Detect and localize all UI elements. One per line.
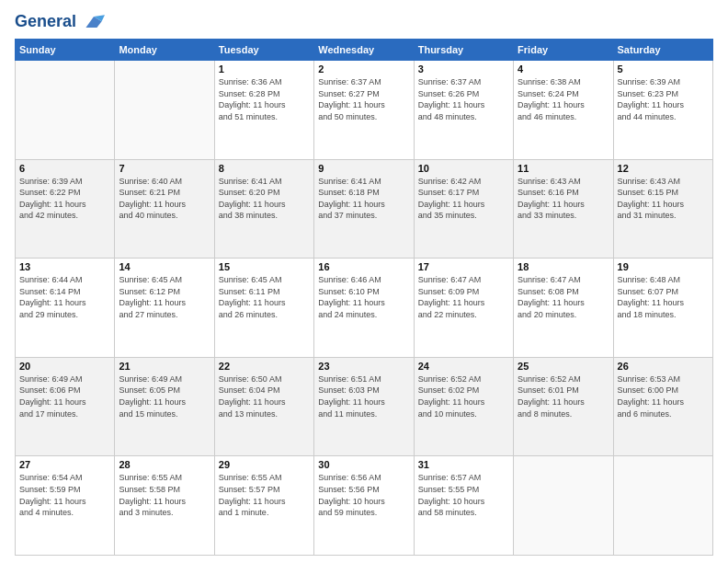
table-row: 4Sunrise: 6:38 AM Sunset: 6:24 PM Daylig… (514, 61, 613, 160)
day-detail: Sunrise: 6:45 AM Sunset: 6:11 PM Dayligh… (219, 274, 310, 320)
table-row: 23Sunrise: 6:51 AM Sunset: 6:03 PM Dayli… (314, 357, 414, 456)
day-number: 10 (418, 163, 509, 174)
table-row: 29Sunrise: 6:55 AM Sunset: 5:57 PM Dayli… (214, 456, 313, 556)
day-number: 27 (19, 459, 110, 470)
day-number: 11 (518, 163, 609, 174)
day-number: 18 (518, 261, 609, 272)
table-row: 16Sunrise: 6:46 AM Sunset: 6:10 PM Dayli… (314, 259, 414, 358)
header-sunday: Sunday (16, 40, 115, 61)
table-row: 8Sunrise: 6:41 AM Sunset: 6:20 PM Daylig… (214, 159, 313, 259)
day-number: 26 (618, 361, 709, 372)
day-detail: Sunrise: 6:41 AM Sunset: 6:20 PM Dayligh… (219, 176, 310, 222)
day-detail: Sunrise: 6:57 AM Sunset: 5:55 PM Dayligh… (418, 472, 509, 518)
day-detail: Sunrise: 6:51 AM Sunset: 6:03 PM Dayligh… (318, 373, 409, 419)
day-detail: Sunrise: 6:49 AM Sunset: 6:06 PM Dayligh… (19, 373, 110, 419)
header-saturday: Saturday (613, 40, 712, 61)
table-row: 28Sunrise: 6:55 AM Sunset: 5:58 PM Dayli… (115, 456, 214, 556)
day-number: 25 (518, 361, 609, 372)
table-row: 21Sunrise: 6:49 AM Sunset: 6:05 PM Dayli… (115, 357, 214, 456)
day-detail: Sunrise: 6:41 AM Sunset: 6:18 PM Dayligh… (318, 176, 409, 222)
day-number: 21 (119, 361, 210, 372)
day-detail: Sunrise: 6:49 AM Sunset: 6:05 PM Dayligh… (119, 373, 210, 419)
week-row-1: 1Sunrise: 6:36 AM Sunset: 6:28 PM Daylig… (16, 61, 713, 160)
day-number: 4 (518, 63, 609, 75)
day-detail: Sunrise: 6:47 AM Sunset: 6:08 PM Dayligh… (518, 274, 609, 320)
logo: General (15, 11, 105, 31)
table-row: 6Sunrise: 6:39 AM Sunset: 6:22 PM Daylig… (16, 159, 115, 259)
table-row: 20Sunrise: 6:49 AM Sunset: 6:06 PM Dayli… (16, 357, 115, 456)
table-row: 13Sunrise: 6:44 AM Sunset: 6:14 PM Dayli… (16, 259, 115, 358)
table-row: 10Sunrise: 6:42 AM Sunset: 6:17 PM Dayli… (414, 159, 513, 259)
table-row: 12Sunrise: 6:43 AM Sunset: 6:15 PM Dayli… (613, 159, 712, 259)
header-thursday: Thursday (414, 40, 513, 61)
header-monday: Monday (115, 40, 214, 61)
day-number: 2 (318, 63, 409, 75)
week-row-5: 27Sunrise: 6:54 AM Sunset: 5:59 PM Dayli… (16, 456, 713, 556)
header-tuesday: Tuesday (214, 40, 313, 61)
day-detail: Sunrise: 6:39 AM Sunset: 6:22 PM Dayligh… (19, 176, 110, 222)
table-row: 31Sunrise: 6:57 AM Sunset: 5:55 PM Dayli… (414, 456, 513, 556)
day-number: 16 (318, 261, 409, 272)
weekday-header-row: Sunday Monday Tuesday Wednesday Thursday… (16, 40, 713, 61)
day-detail: Sunrise: 6:52 AM Sunset: 6:02 PM Dayligh… (418, 373, 509, 419)
day-detail: Sunrise: 6:43 AM Sunset: 6:16 PM Dayligh… (518, 176, 609, 222)
day-number: 22 (219, 361, 310, 372)
day-number: 9 (318, 163, 409, 174)
day-detail: Sunrise: 6:54 AM Sunset: 5:59 PM Dayligh… (19, 472, 110, 518)
table-row: 22Sunrise: 6:50 AM Sunset: 6:04 PM Dayli… (214, 357, 313, 456)
day-number: 3 (418, 63, 509, 75)
day-detail: Sunrise: 6:52 AM Sunset: 6:01 PM Dayligh… (518, 373, 609, 419)
day-number: 7 (119, 163, 210, 174)
table-row: 1Sunrise: 6:36 AM Sunset: 6:28 PM Daylig… (214, 61, 313, 160)
table-row: 14Sunrise: 6:45 AM Sunset: 6:12 PM Dayli… (115, 259, 214, 358)
table-row (115, 61, 214, 160)
table-row: 15Sunrise: 6:45 AM Sunset: 6:11 PM Dayli… (214, 259, 313, 358)
table-row: 26Sunrise: 6:53 AM Sunset: 6:00 PM Dayli… (613, 357, 712, 456)
day-detail: Sunrise: 6:44 AM Sunset: 6:14 PM Dayligh… (19, 274, 110, 320)
day-number: 31 (418, 459, 509, 470)
day-detail: Sunrise: 6:55 AM Sunset: 5:58 PM Dayligh… (119, 472, 210, 518)
table-row: 9Sunrise: 6:41 AM Sunset: 6:18 PM Daylig… (314, 159, 414, 259)
day-detail: Sunrise: 6:37 AM Sunset: 6:27 PM Dayligh… (318, 76, 409, 122)
table-row (613, 456, 712, 556)
table-row (514, 456, 613, 556)
day-number: 23 (318, 361, 409, 372)
day-detail: Sunrise: 6:38 AM Sunset: 6:24 PM Dayligh… (518, 76, 609, 122)
day-detail: Sunrise: 6:39 AM Sunset: 6:23 PM Dayligh… (618, 76, 709, 122)
day-detail: Sunrise: 6:42 AM Sunset: 6:17 PM Dayligh… (418, 176, 509, 222)
day-detail: Sunrise: 6:47 AM Sunset: 6:09 PM Dayligh… (418, 274, 509, 320)
day-number: 1 (219, 63, 310, 75)
table-row: 25Sunrise: 6:52 AM Sunset: 6:01 PM Dayli… (514, 357, 613, 456)
day-detail: Sunrise: 6:46 AM Sunset: 6:10 PM Dayligh… (318, 274, 409, 320)
table-row: 17Sunrise: 6:47 AM Sunset: 6:09 PM Dayli… (414, 259, 513, 358)
day-detail: Sunrise: 6:55 AM Sunset: 5:57 PM Dayligh… (219, 472, 310, 518)
day-number: 12 (618, 163, 709, 174)
header-friday: Friday (514, 40, 613, 61)
day-detail: Sunrise: 6:48 AM Sunset: 6:07 PM Dayligh… (618, 274, 709, 320)
day-number: 19 (618, 261, 709, 272)
table-row: 24Sunrise: 6:52 AM Sunset: 6:02 PM Dayli… (414, 357, 513, 456)
table-row: 30Sunrise: 6:56 AM Sunset: 5:56 PM Dayli… (314, 456, 414, 556)
table-row: 18Sunrise: 6:47 AM Sunset: 6:08 PM Dayli… (514, 259, 613, 358)
day-number: 28 (119, 459, 210, 470)
day-number: 14 (119, 261, 210, 272)
day-detail: Sunrise: 6:43 AM Sunset: 6:15 PM Dayligh… (618, 176, 709, 222)
day-number: 30 (318, 459, 409, 470)
week-row-2: 6Sunrise: 6:39 AM Sunset: 6:22 PM Daylig… (16, 159, 713, 259)
day-detail: Sunrise: 6:36 AM Sunset: 6:28 PM Dayligh… (219, 76, 310, 122)
table-row: 3Sunrise: 6:37 AM Sunset: 6:26 PM Daylig… (414, 61, 513, 160)
logo-general: General (15, 11, 105, 33)
day-number: 5 (618, 63, 709, 75)
header-wednesday: Wednesday (314, 40, 414, 61)
day-number: 29 (219, 459, 310, 470)
day-detail: Sunrise: 6:37 AM Sunset: 6:26 PM Dayligh… (418, 76, 509, 122)
day-number: 24 (418, 361, 509, 372)
logo-bird-icon (83, 11, 105, 33)
table-row: 27Sunrise: 6:54 AM Sunset: 5:59 PM Dayli… (16, 456, 115, 556)
day-number: 13 (19, 261, 110, 272)
table-row: 2Sunrise: 6:37 AM Sunset: 6:27 PM Daylig… (314, 61, 414, 160)
table-row: 5Sunrise: 6:39 AM Sunset: 6:23 PM Daylig… (613, 61, 712, 160)
day-number: 6 (19, 163, 110, 174)
day-detail: Sunrise: 6:40 AM Sunset: 6:21 PM Dayligh… (119, 176, 210, 222)
day-detail: Sunrise: 6:53 AM Sunset: 6:00 PM Dayligh… (618, 373, 709, 419)
